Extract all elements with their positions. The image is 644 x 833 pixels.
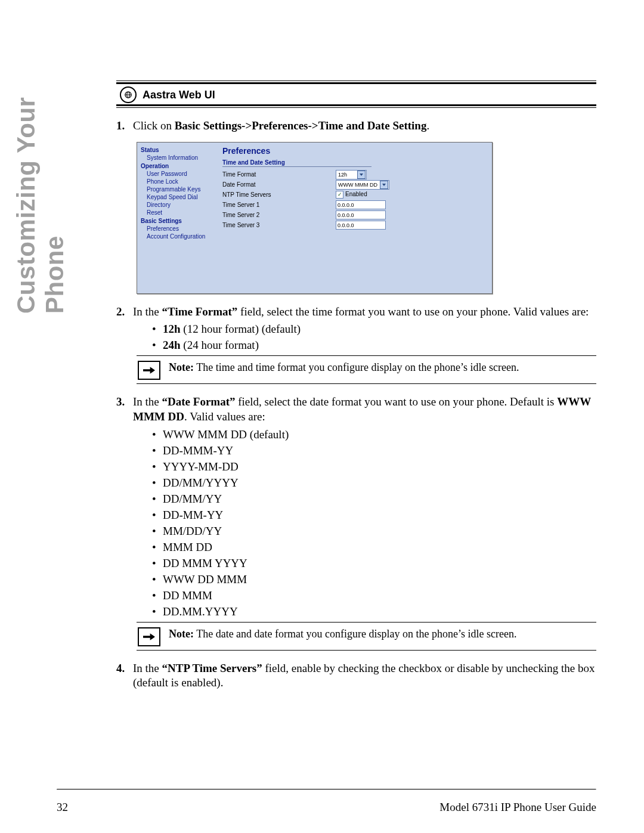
step-4: 4. In the “NTP Time Servers” field, enab… — [116, 661, 596, 690]
ntp-label: NTP Time Servers — [222, 191, 336, 198]
date-format-label: Date Format — [222, 181, 336, 188]
date-format-values: WWW MMM DD (default)DD-MMM-YYYYYY-MM-DDD… — [152, 428, 596, 618]
list-item: DD MMM — [152, 589, 596, 602]
nav-operation[interactable]: Operation — [141, 163, 215, 169]
list-item: MMM DD — [152, 541, 596, 554]
nav-status[interactable]: Status — [141, 147, 215, 153]
nav-system-info[interactable]: System Information — [147, 154, 215, 161]
list-item: DD/MM/YY — [152, 493, 596, 506]
ts1-label: Time Server 1 — [222, 202, 336, 208]
ntp-checkbox[interactable] — [336, 191, 343, 199]
arrow-right-icon — [138, 627, 160, 646]
nav-preferences[interactable]: Preferences — [147, 225, 215, 232]
ts2-label: Time Server 2 — [222, 212, 336, 218]
time-format-values: 12h (12 hour format) (default) 24h (24 h… — [152, 323, 596, 352]
footer-rule — [57, 789, 596, 790]
step-3: 3. In the “Date Format” field, select th… — [116, 395, 596, 424]
panel-title: Preferences — [222, 146, 487, 156]
ntp-enabled-text: Enabled — [345, 191, 367, 197]
chevron-down-icon — [357, 171, 366, 179]
ts3-input[interactable]: 0.0.0.0 — [336, 221, 386, 230]
nav-speed-dial[interactable]: Keypad Speed Dial — [147, 194, 215, 200]
ts1-input[interactable]: 0.0.0.0 — [336, 200, 386, 209]
list-item: DD MMM YYYY — [152, 557, 596, 570]
globe-icon — [120, 86, 137, 103]
time-format-select[interactable]: 12h — [336, 170, 367, 179]
nav-account-config[interactable]: Account Configuration — [147, 233, 215, 240]
list-item: MM/DD/YY — [152, 525, 596, 538]
list-item: DD/MM/YYYY — [152, 476, 596, 490]
webui-header: Aastra Web UI — [116, 80, 596, 108]
chevron-down-icon — [380, 181, 388, 189]
list-item: DD-MM-YY — [152, 509, 596, 522]
webui-label: Aastra Web UI — [143, 89, 215, 101]
list-item: YYYY-MM-DD — [152, 460, 596, 473]
guide-title: Model 6731i IP Phone User Guide — [439, 801, 596, 814]
section-heading: Time and Date Setting — [222, 159, 371, 167]
list-item: WWW MMM DD (default) — [152, 428, 596, 441]
nav-prog-keys[interactable]: Programmable Keys — [147, 186, 215, 193]
time-format-label: Time Format — [222, 171, 336, 178]
nav-user-password[interactable]: User Password — [147, 171, 215, 177]
ts2-input[interactable]: 0.0.0.0 — [336, 210, 386, 219]
step-1: 1. Click on Basic Settings->Preferences-… — [116, 119, 596, 134]
list-item: WWW DD MMM — [152, 573, 596, 586]
step-2: 2. In the “Time Format” field, select th… — [116, 305, 596, 320]
nav-directory[interactable]: Directory — [147, 202, 215, 208]
nav-reset[interactable]: Reset — [147, 209, 215, 216]
arrow-right-icon — [138, 361, 160, 380]
side-section-title: Customizing Your Phone — [12, 51, 69, 314]
list-item: DD-MMM-YY — [152, 444, 596, 457]
nav-basic-settings[interactable]: Basic Settings — [141, 218, 215, 224]
date-format-select[interactable]: WWW MMM DD — [336, 180, 389, 190]
ts3-label: Time Server 3 — [222, 222, 336, 228]
list-item: DD.MM.YYYY — [152, 605, 596, 618]
page-number: 32 — [57, 801, 68, 814]
preferences-screenshot: Status System Information Operation User… — [137, 142, 596, 294]
nav-sidebar: Status System Information Operation User… — [137, 143, 218, 293]
nav-phone-lock[interactable]: Phone Lock — [147, 178, 215, 185]
note-time-format: Note: The time and time format you confi… — [137, 355, 596, 384]
note-date-format: Note: The date and date format you confi… — [137, 622, 596, 651]
